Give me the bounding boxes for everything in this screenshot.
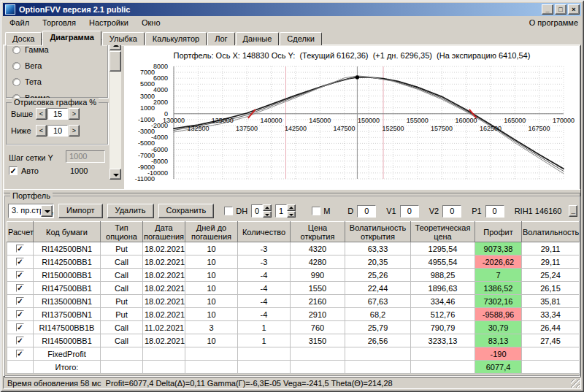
row-checkbox[interactable]: ✓ [16, 350, 24, 358]
portfolio-chart: 800070006000500040003000200010000-1000-2… [126, 64, 581, 188]
menu-item-1[interactable]: Торговля [36, 17, 82, 28]
col-header-3[interactable]: Дата погашения [143, 222, 185, 242]
cell: RI150000BB1 [34, 269, 101, 282]
row-checkbox[interactable]: ✓ [16, 323, 24, 331]
draw-row-value[interactable]: 15 [47, 108, 68, 120]
decrease-button[interactable]: < [36, 125, 47, 137]
profit-cell: -190 [475, 347, 522, 361]
instrument-label: RIH1 146160 [515, 207, 562, 215]
grid-step-input[interactable]: 1000 [66, 150, 105, 163]
row-checkbox[interactable]: ✓ [16, 258, 24, 266]
row-checkbox[interactable]: ✓ [16, 310, 24, 318]
param-input[interactable]: 0 [485, 205, 504, 218]
spinner-buttons [263, 204, 272, 218]
draw-row-value[interactable]: 10 [47, 125, 68, 137]
portfolio-select[interactable]: 3. пр.стредл [8, 204, 54, 218]
col-header-4[interactable]: Дней до погашения [185, 222, 238, 242]
tab-5[interactable]: Данные [236, 32, 280, 45]
auto-checkbox[interactable]: ✓ [9, 166, 18, 175]
param-label: D [347, 207, 353, 215]
portfolio-button-0[interactable]: Импорт [58, 204, 102, 218]
tab-6[interactable]: Сделки [280, 32, 322, 45]
minimize-button[interactable]: _ [542, 4, 553, 15]
menu-item-about[interactable]: О программе [523, 17, 581, 28]
greek-option-2[interactable]: Тета [12, 75, 107, 88]
col-header-7[interactable]: Волатильность открытия [345, 222, 411, 242]
left-panel-scrollbar[interactable] [110, 39, 121, 180]
spinner-value[interactable]: 1 [275, 204, 287, 218]
tab-4[interactable]: Лог [207, 32, 234, 45]
row-checkbox[interactable]: ✓ [16, 284, 24, 292]
menu-item-0[interactable]: Файл [3, 17, 36, 28]
cell: 67,63 [345, 295, 411, 308]
positions-table-wrap: РасчетКод бумагиТип опционаДата погашени… [7, 221, 580, 374]
cell [238, 361, 291, 374]
param-1: V10 [386, 205, 418, 218]
cell: Call [101, 269, 143, 282]
table-row: ✓RI145000BB1Call18.02.2021101315026,5632… [7, 334, 580, 347]
col-header-8[interactable]: Теоретическая цена [411, 222, 475, 242]
row-checkbox[interactable]: ✓ [16, 245, 24, 253]
collapse-panel-button[interactable]: _ [569, 205, 577, 217]
spinner-up-icon[interactable] [287, 204, 296, 211]
x-tick-label: 137500 [236, 125, 258, 132]
col-header-1[interactable]: Код бумаги [34, 222, 101, 242]
chart-title: Портфель: Ось X: 148830 Ось Y: (Текущий … [124, 51, 580, 60]
dh-checkbox[interactable] [224, 207, 233, 215]
resize-grip[interactable] [571, 379, 580, 388]
col-header-2[interactable]: Тип опциона [101, 222, 143, 242]
cell: 18.02.2021 [143, 295, 185, 308]
menu-item-3[interactable]: Окно [135, 17, 167, 28]
app-window: OptionFVV версия 2.1 public _ □ × ФайлТо… [0, 0, 584, 392]
dh-cluster: DH 01 [224, 204, 296, 218]
auto-grid-value: 1000 [70, 166, 88, 175]
row-check-cell: ✓ [7, 308, 34, 321]
scroll-down-button[interactable] [110, 169, 121, 180]
spinner-value[interactable]: 0 [251, 204, 263, 218]
maximize-button[interactable]: □ [555, 4, 566, 15]
portfolio-button-2[interactable]: Сохранить [158, 204, 215, 218]
decrease-button[interactable]: < [36, 108, 47, 120]
increase-button[interactable]: > [69, 125, 80, 137]
tab-1[interactable]: Диаграмма [42, 31, 101, 46]
row-check-cell [7, 361, 34, 374]
horizontal-splitter[interactable] [4, 189, 580, 193]
spinner-down-icon[interactable] [263, 211, 272, 218]
close-button[interactable]: × [568, 4, 580, 15]
row-checkbox[interactable]: ✓ [16, 297, 24, 305]
spinner-down-icon[interactable] [287, 211, 296, 218]
col-header-0[interactable]: Расчет [7, 222, 34, 242]
spinner-up-icon[interactable] [263, 204, 272, 211]
radio-icon [12, 78, 20, 86]
profit-cell: -9588,96 [475, 308, 522, 321]
scrollbar-thumb[interactable] [110, 51, 121, 72]
tab-2[interactable]: Улыбка [102, 32, 145, 45]
m-checkbox[interactable] [312, 207, 320, 215]
cell: RI137500BN1 [34, 308, 101, 321]
chevron-down-icon[interactable] [41, 205, 53, 217]
param-input[interactable]: 0 [400, 205, 419, 218]
table-row: ✓RI147500BB1Call18.02.202110-4155022,441… [7, 282, 580, 295]
row-checkbox[interactable]: ✓ [16, 337, 24, 345]
cell: -4 [238, 295, 291, 308]
tab-3[interactable]: Калькулятор [145, 32, 207, 45]
cell: RI145000BB1 [34, 334, 101, 347]
col-header-9[interactable]: Профит [475, 222, 522, 242]
increase-button[interactable]: > [69, 108, 80, 120]
menu-item-2[interactable]: Настройки [82, 17, 135, 28]
param-input[interactable]: 0 [442, 205, 461, 218]
tab-strip: ДоскаДиаграммаУлыбкаКалькуляторЛогДанные… [5, 30, 323, 45]
col-header-10[interactable]: Волатильность [522, 222, 580, 242]
tab-0[interactable]: Доска [5, 32, 42, 45]
col-header-5[interactable]: Количество [238, 222, 291, 242]
parameter-fields: D0V10V20P10 [337, 205, 504, 218]
cell: 25,26 [345, 269, 411, 282]
greek-option-1[interactable]: Вега [12, 59, 107, 72]
x-tick-label: 147500 [334, 125, 356, 132]
portfolio-button-1[interactable]: Удалить [107, 204, 154, 218]
x-tick-label: 170000 [553, 117, 575, 124]
param-input[interactable]: 0 [357, 205, 376, 218]
col-header-6[interactable]: Цена открытия [291, 222, 345, 242]
row-checkbox[interactable]: ✓ [16, 271, 24, 279]
status-text: Время обновления 58 мс Profit=6077,4 Del… [7, 379, 393, 388]
